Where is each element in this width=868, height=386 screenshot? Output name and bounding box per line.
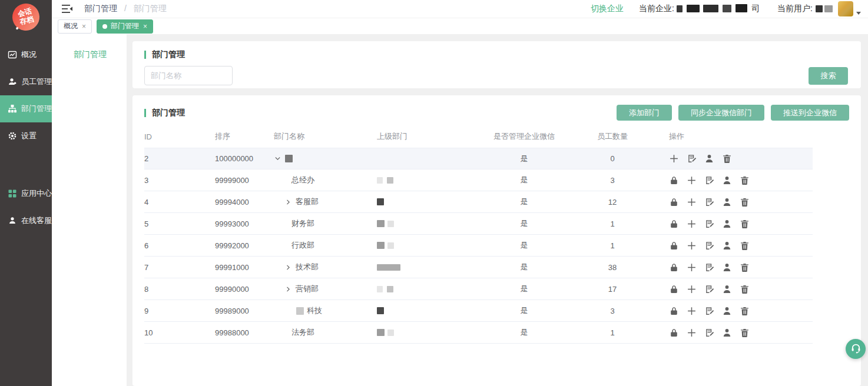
edit-icon[interactable] (704, 175, 714, 185)
add-sub-department-icon[interactable] (669, 154, 679, 164)
breadcrumb-root[interactable]: 部门管理 (84, 4, 117, 13)
sidebar-item-departments[interactable]: 部门管理 (0, 95, 52, 122)
add-sub-department-icon[interactable] (687, 175, 697, 185)
department-table-body: 2 100000000 是 0 3 99999000 (144, 148, 813, 344)
sync-wecom-departments-button[interactable]: 同步企业微信部门 (678, 105, 764, 121)
sidebar-item-overview[interactable]: 概况 (0, 41, 52, 68)
delete-icon[interactable] (740, 175, 750, 185)
members-icon[interactable] (722, 241, 732, 251)
push-to-wecom-button[interactable]: 推送到企业微信 (771, 105, 849, 121)
delete-icon[interactable] (722, 154, 732, 164)
column-header-wecom: 是否管理企业微信 (471, 131, 577, 142)
caret-down-icon[interactable] (856, 12, 861, 15)
app-logo: 会话 存档 (9, 1, 42, 34)
expand-icon[interactable] (274, 155, 285, 162)
menu-collapse-icon[interactable] (62, 5, 72, 13)
lock-icon[interactable] (669, 284, 679, 294)
cell-id: 9 (144, 307, 215, 315)
delete-icon[interactable] (740, 306, 750, 316)
delete-icon[interactable] (740, 197, 750, 207)
members-icon[interactable] (704, 154, 714, 164)
add-sub-department-icon[interactable] (687, 241, 697, 251)
customer-service-button[interactable] (846, 339, 866, 359)
edit-icon[interactable] (704, 219, 714, 229)
cell-id: 10 (144, 328, 215, 337)
active-dot (102, 24, 107, 29)
current-company-label: 当前企业: (639, 4, 674, 13)
department-name: 技术部 (296, 262, 319, 272)
expand-icon[interactable] (284, 264, 296, 271)
sidebar-item-settings[interactable]: 设置 (0, 122, 52, 149)
switch-company-link[interactable]: 切换企业 (591, 4, 624, 14)
sidebar-spacer (0, 149, 52, 180)
lock-icon[interactable] (669, 262, 679, 272)
add-sub-department-icon[interactable] (687, 284, 697, 294)
members-icon[interactable] (722, 197, 732, 207)
lock-icon[interactable] (669, 328, 679, 338)
members-icon[interactable] (722, 175, 732, 185)
tab-departments[interactable]: 部门管理 × (97, 19, 153, 34)
add-sub-department-icon[interactable] (687, 219, 697, 229)
lock-icon[interactable] (669, 241, 679, 251)
cell-employee-count: 38 (577, 263, 648, 272)
table-action-buttons: 添加部门 同步企业微信部门 推送到企业微信 (617, 105, 849, 121)
members-icon[interactable] (722, 219, 732, 229)
current-user-label: 当前用户: (777, 4, 813, 14)
tab-label: 概况 (64, 21, 78, 31)
cell-wecom-managed: 是 (471, 197, 577, 207)
cell-wecom-managed: 是 (471, 154, 577, 164)
cell-sort: 99989000 (215, 307, 274, 315)
redacted-parent-name (387, 221, 394, 227)
members-icon[interactable] (722, 306, 732, 316)
add-department-button[interactable]: 添加部门 (617, 105, 672, 121)
add-sub-department-icon[interactable] (687, 262, 697, 272)
search-panel-title: 部门管理 (152, 49, 185, 60)
add-sub-department-icon[interactable] (687, 306, 697, 316)
cell-sort: 99993000 (215, 219, 274, 228)
lock-icon[interactable] (669, 306, 679, 316)
delete-icon[interactable] (740, 328, 750, 338)
cell-employee-count: 17 (577, 285, 648, 294)
search-button[interactable]: 搜索 (809, 67, 848, 85)
sidebar-item-label: 员工管理 (21, 76, 52, 87)
expand-icon[interactable] (284, 198, 296, 206)
members-icon[interactable] (722, 328, 732, 338)
delete-icon[interactable] (740, 284, 750, 294)
cell-parent-department (377, 198, 471, 205)
department-name-input[interactable] (144, 66, 233, 85)
edit-icon[interactable] (687, 154, 697, 164)
delete-icon[interactable] (740, 219, 750, 229)
redacted-company-name (736, 4, 747, 12)
members-icon[interactable] (722, 262, 732, 272)
expand-icon[interactable] (284, 285, 296, 293)
edit-icon[interactable] (704, 241, 714, 251)
close-icon[interactable]: × (82, 22, 86, 31)
lock-icon[interactable] (669, 175, 679, 185)
cell-sort: 100000000 (215, 154, 274, 163)
submenu-item-departments[interactable]: 部门管理 (52, 34, 127, 60)
tab-overview[interactable]: 概况 × (58, 19, 92, 34)
edit-icon[interactable] (704, 328, 714, 338)
cell-department-name: 行政部 (274, 240, 377, 251)
table-header-row: ID 排序 部门名称 上级部门 是否管理企业微信 员工数量 操作 (144, 125, 813, 148)
avatar[interactable] (838, 1, 853, 16)
lock-icon[interactable] (669, 197, 679, 207)
sidebar-item-online-support[interactable]: 在线客服 (0, 207, 52, 234)
lock-icon[interactable] (669, 219, 679, 229)
edit-icon[interactable] (704, 306, 714, 316)
edit-icon[interactable] (704, 197, 714, 207)
add-sub-department-icon[interactable] (687, 197, 697, 207)
settings-icon (8, 131, 17, 141)
employees-icon (8, 77, 17, 86)
delete-icon[interactable] (740, 241, 750, 251)
edit-icon[interactable] (704, 284, 714, 294)
add-sub-department-icon[interactable] (687, 328, 697, 338)
redacted-parent-name (377, 177, 383, 184)
sidebar-item-employees[interactable]: 员工管理 (0, 68, 52, 95)
redacted-parent-name (377, 264, 400, 271)
close-icon[interactable]: × (143, 22, 147, 31)
sidebar-item-app-center[interactable]: 应用中心 (0, 180, 52, 207)
members-icon[interactable] (722, 284, 732, 294)
delete-icon[interactable] (740, 262, 750, 272)
edit-icon[interactable] (704, 262, 714, 272)
